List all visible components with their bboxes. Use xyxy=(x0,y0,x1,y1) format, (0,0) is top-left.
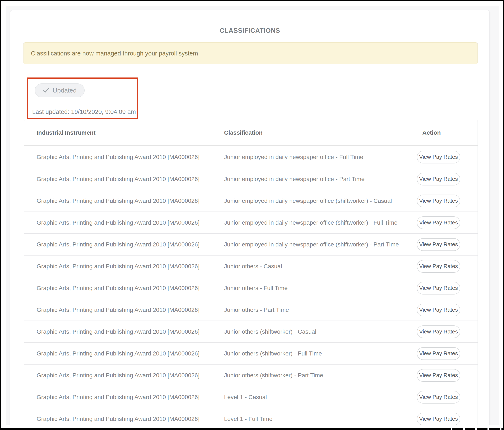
cell-classification: Junior employed in daily newspaper offic… xyxy=(224,176,422,183)
cell-industrial-instrument: Graphic Arts, Printing and Publishing Aw… xyxy=(36,394,224,401)
cell-classification: Junior others (shiftworker) - Full Time xyxy=(224,350,422,357)
notice-text: Classifications are now managed through … xyxy=(31,50,198,57)
cell-industrial-instrument: Graphic Arts, Printing and Publishing Aw… xyxy=(36,176,224,183)
classifications-card: CLASSIFICATIONS Classifications are now … xyxy=(10,10,490,425)
table-row: Graphic Arts, Printing and Publishing Aw… xyxy=(24,364,477,386)
view-pay-rates-button[interactable]: View Pay Rates xyxy=(417,304,460,316)
cell-action: View Pay Rates xyxy=(422,260,465,273)
view-pay-rates-button[interactable]: View Pay Rates xyxy=(417,151,460,164)
view-pay-rates-button[interactable]: View Pay Rates xyxy=(417,173,460,185)
last-updated-text: Last updated: 19/10/2020, 9:04:09 am xyxy=(32,108,136,115)
cell-classification: Junior others (shiftworker) - Casual xyxy=(224,328,422,335)
view-pay-rates-button[interactable]: View Pay Rates xyxy=(417,195,460,207)
table-row: Graphic Arts, Printing and Publishing Aw… xyxy=(24,211,477,233)
cell-action: View Pay Rates xyxy=(422,325,465,338)
cell-action: View Pay Rates xyxy=(422,173,465,185)
frame-bottom-border xyxy=(0,428,440,430)
cell-classification: Junior others - Casual xyxy=(224,263,422,270)
app-background: CLASSIFICATIONS Classifications are now … xyxy=(6,6,499,425)
cell-action: View Pay Rates xyxy=(422,238,465,251)
frame-right-border xyxy=(503,0,504,430)
notice-banner: Classifications are now managed through … xyxy=(24,42,477,64)
view-pay-rates-button[interactable]: View Pay Rates xyxy=(417,216,460,229)
cell-industrial-instrument: Graphic Arts, Printing and Publishing Aw… xyxy=(36,328,224,335)
table-row: Graphic Arts, Printing and Publishing Aw… xyxy=(24,190,477,211)
cell-action: View Pay Rates xyxy=(422,413,465,425)
cell-classification: Junior employed in daily newspaper offic… xyxy=(224,154,422,160)
cell-classification: Level 1 - Casual xyxy=(224,394,422,401)
cell-classification: Junior employed in daily newspaper offic… xyxy=(224,198,422,204)
frame-top-border xyxy=(0,0,504,1)
cell-classification: Junior others - Full Time xyxy=(224,285,422,292)
updated-status-pill[interactable]: Updated xyxy=(35,83,85,97)
cell-industrial-instrument: Graphic Arts, Printing and Publishing Aw… xyxy=(36,219,224,226)
view-pay-rates-button[interactable]: View Pay Rates xyxy=(417,369,460,382)
cell-action: View Pay Rates xyxy=(422,369,465,382)
view-pay-rates-button[interactable]: View Pay Rates xyxy=(417,282,460,294)
cell-action: View Pay Rates xyxy=(422,216,465,229)
page-title: CLASSIFICATIONS xyxy=(10,27,489,35)
header-action: Action xyxy=(422,129,465,136)
frame-bottom-dashed-border xyxy=(440,428,504,430)
cell-industrial-instrument: Graphic Arts, Printing and Publishing Aw… xyxy=(36,198,224,204)
classifications-table: Industrial Instrument Classification Act… xyxy=(24,120,478,425)
cell-classification: Junior employed in daily newspaper offic… xyxy=(224,241,422,248)
cell-industrial-instrument: Graphic Arts, Printing and Publishing Aw… xyxy=(36,350,224,357)
view-pay-rates-button[interactable]: View Pay Rates xyxy=(417,260,460,273)
cell-action: View Pay Rates xyxy=(422,391,465,403)
check-icon xyxy=(43,88,50,93)
table-row: Graphic Arts, Printing and Publishing Aw… xyxy=(24,386,477,408)
header-classification: Classification xyxy=(224,129,422,136)
table-body: Graphic Arts, Printing and Publishing Aw… xyxy=(24,146,477,425)
cell-action: View Pay Rates xyxy=(422,347,465,360)
cell-action: View Pay Rates xyxy=(422,282,465,294)
cell-industrial-instrument: Graphic Arts, Printing and Publishing Aw… xyxy=(36,154,224,160)
view-pay-rates-button[interactable]: View Pay Rates xyxy=(417,413,460,425)
updated-label: Updated xyxy=(53,87,77,94)
table-row: Graphic Arts, Printing and Publishing Aw… xyxy=(24,299,477,320)
table-row: Graphic Arts, Printing and Publishing Aw… xyxy=(24,277,477,299)
table-row: Graphic Arts, Printing and Publishing Aw… xyxy=(24,168,477,190)
cell-action: View Pay Rates xyxy=(422,304,465,316)
table-row: Graphic Arts, Printing and Publishing Aw… xyxy=(24,146,477,168)
table-row: Graphic Arts, Printing and Publishing Aw… xyxy=(24,408,477,425)
cell-classification: Junior others - Part Time xyxy=(224,307,422,313)
view-pay-rates-button[interactable]: View Pay Rates xyxy=(417,391,460,403)
cell-classification: Junior others (shiftworker) - Part Time xyxy=(224,372,422,379)
cell-industrial-instrument: Graphic Arts, Printing and Publishing Aw… xyxy=(36,263,224,270)
cell-industrial-instrument: Graphic Arts, Printing and Publishing Aw… xyxy=(36,416,224,422)
table-header-row: Industrial Instrument Classification Act… xyxy=(24,120,477,146)
cell-industrial-instrument: Graphic Arts, Printing and Publishing Aw… xyxy=(36,307,224,313)
frame-left-border xyxy=(0,0,1,430)
cell-action: View Pay Rates xyxy=(422,195,465,207)
cell-classification: Level 1 - Full Time xyxy=(224,416,422,422)
cell-industrial-instrument: Graphic Arts, Printing and Publishing Aw… xyxy=(36,372,224,379)
cell-action: View Pay Rates xyxy=(422,151,465,164)
cell-industrial-instrument: Graphic Arts, Printing and Publishing Aw… xyxy=(36,241,224,248)
view-pay-rates-button[interactable]: View Pay Rates xyxy=(417,238,460,251)
cell-industrial-instrument: Graphic Arts, Printing and Publishing Aw… xyxy=(36,285,224,292)
table-row: Graphic Arts, Printing and Publishing Aw… xyxy=(24,255,477,277)
cell-classification: Junior employed in daily newspaper offic… xyxy=(224,219,422,226)
view-pay-rates-button[interactable]: View Pay Rates xyxy=(417,325,460,338)
table-row: Graphic Arts, Printing and Publishing Aw… xyxy=(24,320,477,342)
header-industrial-instrument: Industrial Instrument xyxy=(36,129,224,136)
table-row: Graphic Arts, Printing and Publishing Aw… xyxy=(24,233,477,255)
table-row: Graphic Arts, Printing and Publishing Aw… xyxy=(24,342,477,364)
view-pay-rates-button[interactable]: View Pay Rates xyxy=(417,347,460,360)
